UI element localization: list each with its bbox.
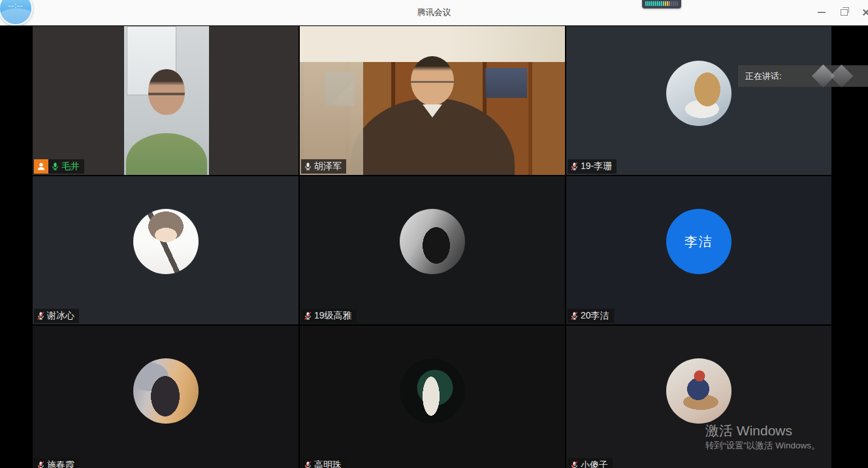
window-controls [811,0,868,25]
participant-name: 20李洁 [581,310,609,322]
participant-name-bar: 小傻子 [568,458,613,468]
person-icon [37,162,46,171]
participant-label: 毛井 [34,159,84,174]
title-bar[interactable]: 腾讯会议 [0,0,868,25]
video-person-body [350,98,515,175]
minimize-button[interactable] [811,0,833,25]
video-tile-huzejun[interactable]: 胡泽军 [300,26,565,175]
video-person-body [126,133,207,175]
speaking-label: 正在讲话: [745,70,782,82]
microphone-muted-icon [304,311,312,321]
avatar-text: 李洁 [684,233,713,251]
participant-name: 毛井 [61,161,80,172]
close-icon [862,8,868,16]
video-tile-lijie[interactable]: 李洁 20李洁 [566,176,831,324]
speaking-indicator-bar: 正在讲话: [738,65,868,87]
shelf-box [485,68,527,98]
participant-name-bar: 19-李珊 [568,159,617,174]
participant-label: 小傻子 [568,458,613,468]
wall-picture [325,72,355,106]
microphone-on-icon [51,161,59,172]
microphone-muted-icon [37,311,45,321]
participant-label: 谢冰心 [34,309,79,323]
participant-label: 胡泽军 [301,159,346,174]
participant-name: 谢冰心 [47,310,74,322]
microphone-muted-icon [570,161,579,172]
windows-activation-watermark-title: 激活 Windows [705,422,792,440]
participant-name-bar: 施春霞 [34,458,79,468]
participant-name-bar: 胡泽军 [301,159,346,174]
restore-icon [841,9,848,16]
microphone-muted-icon [570,460,579,468]
close-button[interactable] [855,0,868,25]
avatar [666,61,731,126]
video-tile-lishan[interactable]: 19-李珊 [566,26,831,175]
participant-name-bar: 毛井 [48,159,84,174]
avatar-initials: 李洁 [666,209,731,274]
audio-level-bars-icon [645,1,678,6]
host-badge [34,159,48,174]
participant-name-bar: 19级高雅 [301,309,357,323]
participant-name: 19级高雅 [314,310,352,322]
video-tile-maojing[interactable]: 毛井 [33,26,298,175]
participant-name: 小傻子 [581,460,608,468]
microphone-muted-icon [304,460,312,468]
avatar [400,209,465,274]
video-tile-shichunxia[interactable]: 施春霞 [33,326,298,468]
avatar [400,358,465,424]
participant-label: 高明珠 [301,458,346,468]
window-title: 腾讯会议 [0,0,868,25]
video-feed [300,26,565,175]
participant-label: 19-李珊 [568,159,617,174]
audio-level-meter[interactable] [642,0,681,8]
minimize-icon [818,12,826,13]
microphone-on-icon [304,161,312,172]
video-feed [124,26,209,175]
participant-label: 施春霞 [34,458,79,468]
participant-name: 19-李珊 [581,161,612,172]
participant-name: 施春霞 [47,460,74,468]
video-tile-gaoya[interactable]: 19级高雅 [300,176,565,324]
timer-text: --:-- [0,1,31,9]
participant-name-bar: 谢冰心 [34,309,79,323]
participant-name-bar: 高明珠 [301,458,346,468]
participant-label: 20李洁 [568,309,614,323]
avatar [133,358,199,424]
participant-name: 高明珠 [314,460,342,468]
video-tile-gaomingzhu[interactable]: 高明珠 [300,326,565,468]
avatar [133,209,199,274]
avatar [666,358,731,424]
participant-name-bar: 20李洁 [568,309,614,323]
participant-name: 胡泽军 [314,161,342,172]
video-tile-xiebingxin[interactable]: 谢冰心 [33,176,298,324]
microphone-muted-icon [570,311,579,321]
microphone-muted-icon [37,460,45,468]
restore-button[interactable] [833,0,855,25]
participant-label: 19级高雅 [301,309,357,323]
video-person-head [148,69,185,115]
windows-activation-watermark-subtitle: 转到“设置”以激活 Windows。 [705,440,820,452]
